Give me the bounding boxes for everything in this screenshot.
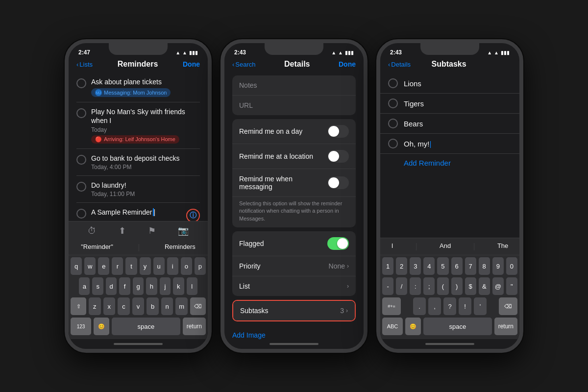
key-at[interactable]: @ — [492, 277, 504, 295]
priority-row[interactable]: Priority None › — [232, 256, 356, 276]
key-dollar[interactable]: $ — [465, 277, 476, 295]
reminder-item-5[interactable]: A Sample Reminder| ⓘ — [69, 204, 208, 221]
notes-row[interactable]: Notes — [232, 75, 356, 96]
list-row[interactable]: List › — [232, 276, 356, 296]
key-dash[interactable]: - — [382, 277, 393, 295]
suggestion-reminder-quoted[interactable]: "Reminder" — [81, 243, 113, 252]
emoji-key[interactable]: 😊 — [94, 318, 109, 335]
subtasks-row[interactable]: Subtasks 3 › — [233, 301, 355, 320]
key-4[interactable]: 4 — [423, 257, 435, 275]
return-key-3[interactable]: return — [494, 318, 517, 335]
key-t[interactable]: t — [125, 257, 137, 275]
hashplus-key[interactable]: #+= — [382, 297, 401, 315]
remind-day-row[interactable]: Remind me on a day — [232, 119, 356, 144]
abc-key[interactable]: ABC — [382, 318, 403, 335]
return-key[interactable]: return — [183, 318, 206, 335]
key-r[interactable]: r — [112, 257, 123, 275]
key-rparen[interactable]: ) — [451, 277, 463, 295]
key-0[interactable]: 0 — [506, 257, 517, 275]
key-m[interactable]: m — [175, 297, 188, 315]
key-a[interactable]: a — [79, 277, 90, 295]
remind-messaging-toggle[interactable] — [327, 176, 349, 189]
shift-key[interactable]: ⇧ — [71, 297, 86, 315]
key-g[interactable]: g — [133, 277, 144, 295]
phone-1-done-button[interactable]: Done — [183, 60, 200, 68]
reminder-circle-3[interactable] — [76, 155, 86, 165]
remind-location-toggle[interactable] — [327, 150, 349, 163]
key-u[interactable]: u — [153, 257, 165, 275]
key-8[interactable]: 8 — [479, 257, 490, 275]
key-semicolon[interactable]: ; — [423, 277, 435, 295]
key-x[interactable]: x — [103, 297, 116, 315]
reminder-circle-5[interactable] — [76, 209, 86, 219]
key-colon[interactable]: : — [410, 277, 421, 295]
key-3[interactable]: 3 — [410, 257, 421, 275]
reminder-item-2[interactable]: Play No Man's Sky with friends when I To… — [69, 103, 208, 147]
key-q[interactable]: q — [71, 257, 82, 275]
suggestion-and[interactable]: And — [440, 242, 451, 251]
key-period[interactable]: . — [413, 297, 426, 315]
subtask-item-1[interactable]: Lions — [380, 74, 519, 94]
add-reminder-button[interactable]: Add Reminder — [380, 154, 519, 172]
key-y[interactable]: y — [140, 257, 151, 275]
suggestion-the[interactable]: The — [497, 242, 508, 251]
key-v[interactable]: v — [132, 297, 145, 315]
space-key-3[interactable]: space — [423, 318, 492, 335]
key-s[interactable]: s — [92, 277, 103, 295]
subtask-item-3[interactable]: Bears — [380, 114, 519, 134]
subtask-circle-4[interactable] — [388, 139, 398, 148]
suggestion-i[interactable]: I — [392, 242, 393, 251]
key-i[interactable]: i — [167, 257, 178, 275]
clock-icon[interactable]: ⏱ — [88, 226, 97, 236]
key-k[interactable]: k — [173, 277, 184, 295]
subtask-circle-1[interactable] — [388, 78, 398, 88]
location-icon[interactable]: ⬆ — [119, 225, 126, 236]
emoji-key-3[interactable]: 😊 — [405, 318, 421, 335]
key-9[interactable]: 9 — [492, 257, 504, 275]
key-j[interactable]: j — [160, 277, 171, 295]
key-1[interactable]: 1 — [382, 257, 393, 275]
subtask-circle-3[interactable] — [388, 119, 398, 128]
key-7[interactable]: 7 — [465, 257, 476, 275]
suggestion-reminders[interactable]: Reminders — [165, 243, 196, 252]
key-amp[interactable]: & — [479, 277, 490, 295]
key-5[interactable]: 5 — [437, 257, 448, 275]
reminder-item-3[interactable]: Go to bank to deposit checks Today, 4:00… — [69, 150, 208, 174]
subtask-item-2[interactable]: Tigers — [380, 94, 519, 114]
space-key[interactable]: space — [112, 318, 180, 335]
key-b[interactable]: b — [147, 297, 159, 315]
info-button[interactable]: ⓘ — [186, 209, 200, 221]
add-image-button[interactable]: Add Image — [224, 325, 364, 339]
flagged-toggle[interactable] — [327, 237, 349, 250]
reminder-circle-4[interactable] — [76, 182, 86, 192]
key-quote[interactable]: " — [506, 277, 517, 295]
key-f[interactable]: f — [119, 277, 130, 295]
key-w[interactable]: w — [84, 257, 96, 275]
delete-key-3[interactable]: ⌫ — [499, 297, 517, 315]
key-lparen[interactable]: ( — [437, 277, 448, 295]
key-2[interactable]: 2 — [396, 257, 407, 275]
flagged-row[interactable]: Flagged — [232, 231, 356, 256]
key-slash[interactable]: / — [396, 277, 407, 295]
flag-icon[interactable]: ⚑ — [148, 225, 156, 236]
remind-messaging-row[interactable]: Remind me when messaging — [232, 169, 356, 197]
key-question[interactable]: ? — [443, 297, 456, 315]
key-e[interactable]: e — [98, 257, 109, 275]
reminder-item-4[interactable]: Do laundry! Today, 11:00 PM — [69, 177, 208, 201]
key-comma[interactable]: , — [428, 297, 441, 315]
remind-location-row[interactable]: Remind me at a location — [232, 144, 356, 169]
key-d[interactable]: d — [106, 277, 117, 295]
key-h[interactable]: h — [146, 277, 157, 295]
subtask-circle-2[interactable] — [388, 98, 398, 108]
key-n[interactable]: n — [161, 297, 173, 315]
url-row[interactable]: URL — [232, 96, 356, 115]
key-l[interactable]: l — [187, 277, 197, 295]
phone-1-back-button[interactable]: ‹ Lists — [76, 61, 93, 68]
key-6[interactable]: 6 — [451, 257, 463, 275]
camera-icon[interactable]: 📷 — [178, 225, 189, 236]
phone-2-back-button[interactable]: ‹ Search — [232, 61, 256, 68]
reminder-circle-1[interactable] — [76, 78, 86, 88]
reminder-circle-2[interactable] — [76, 108, 86, 118]
key-z[interactable]: z — [89, 297, 101, 315]
delete-key[interactable]: ⌫ — [190, 297, 206, 315]
